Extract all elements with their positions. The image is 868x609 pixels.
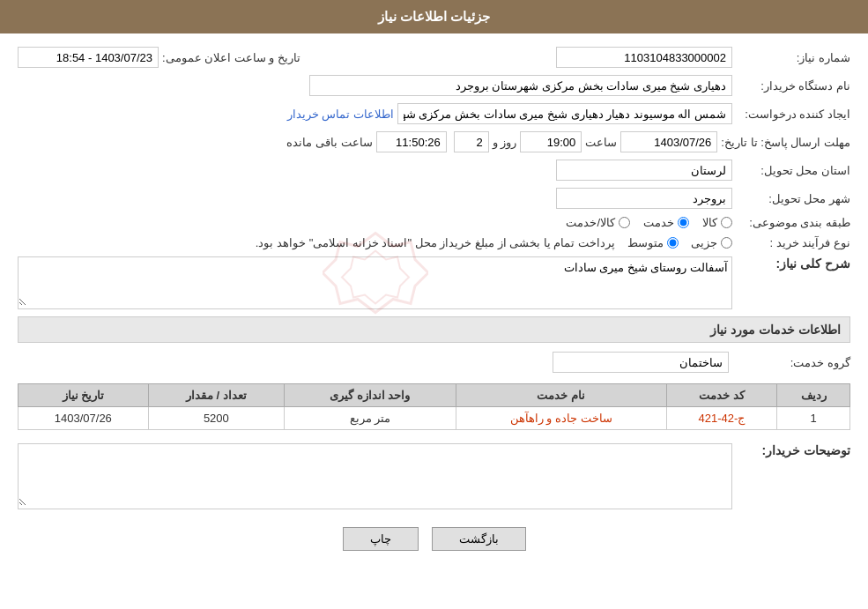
announce-label: تاریخ و ساعت اعلان عمومی: — [162, 51, 300, 64]
main-content: شماره نیاز: تاریخ و ساعت اعلان عمومی: نا… — [0, 33, 868, 582]
shomara-label: شماره نیاز: — [736, 51, 850, 64]
gorohe-row: گروه خدمت: — [18, 352, 850, 373]
tabaqe-khadamat[interactable]: خدمت — [643, 216, 689, 229]
tabaqe-row: طبقه بندی موضوعی: کالا خدمت کالا/خدمت — [18, 216, 850, 229]
page-header: جزئیات اطلاعات نیاز — [0, 0, 868, 33]
cell-vahed: متر مربع — [285, 407, 456, 430]
ijad-row: ایجاد کننده درخواست: اطلاعات تماس خریدار — [18, 103, 850, 124]
tabaqe-kala[interactable]: کالا — [702, 216, 732, 229]
saat-input[interactable] — [520, 131, 582, 152]
services-table-section: ردیف کد خدمت نام خدمت واحد اندازه گیری ت… — [18, 383, 850, 430]
tabaqe-radio-group: کالا خدمت کالا/خدمت — [566, 216, 732, 229]
countdown-input[interactable] — [376, 131, 447, 152]
shahr-row: شهر محل تحویل: — [18, 188, 850, 209]
dastgah-label: نام دستگاه خریدار: — [736, 79, 850, 93]
radif-header: ردیف — [777, 384, 850, 407]
back-button[interactable]: بازگشت — [432, 527, 526, 551]
khadamat-section-title: اطلاعات خدمات مورد نیاز — [18, 316, 850, 343]
farayand-motevaset[interactable]: متوسط — [627, 236, 679, 249]
farayand-jozi-radio[interactable] — [721, 237, 732, 249]
tabaqe-label: طبقه بندی موضوعی: — [736, 216, 850, 229]
tosihaat-textarea[interactable] — [19, 444, 731, 506]
cell-code: ج-42-421 — [666, 407, 777, 430]
ostan-row: استان محل تحویل: — [18, 160, 850, 181]
sharh-container: آسفالت روستای شیخ میری سادات — [18, 256, 732, 309]
tabaqe-kala-khadamat[interactable]: کالا/خدمت — [566, 216, 630, 229]
ijad-input[interactable] — [397, 103, 732, 124]
gorohe-input[interactable] — [553, 352, 729, 373]
footer-buttons: بازگشت چاپ — [18, 527, 850, 568]
tabaqe-kala-khadamat-radio[interactable] — [619, 217, 630, 228]
cell-radif: 1 — [777, 407, 850, 430]
vahed-header: واحد اندازه گیری — [285, 384, 456, 407]
ostan-label: استان محل تحویل: — [736, 164, 850, 177]
cell-name: ساخت جاده و راهآهن — [456, 407, 666, 430]
announce-input[interactable] — [18, 47, 159, 68]
contact-link[interactable]: اطلاعات تماس خریدار — [287, 108, 394, 121]
cell-tedad: 5200 — [148, 407, 284, 430]
sharh-section: شرح کلی نیاز: آسفالت روستای شیخ میری ساد… — [18, 256, 850, 309]
sharh-label: شرح کلی نیاز: — [736, 256, 850, 271]
name-header: نام خدمت — [456, 384, 666, 407]
farayand-motevaset-radio[interactable] — [667, 237, 679, 249]
gorohe-label: گروه خدمت: — [736, 356, 850, 369]
farayand-label: نوع فرآیند خرید : — [736, 236, 850, 249]
tosihaat-container — [18, 443, 732, 509]
dastgah-input[interactable] — [309, 75, 732, 96]
shomara-row: شماره نیاز: تاریخ و ساعت اعلان عمومی: — [18, 47, 850, 68]
tedad-header: تعداد / مقدار — [148, 384, 284, 407]
ijad-label: ایجاد کننده درخواست: — [736, 108, 850, 121]
farayand-row: نوع فرآیند خرید : جزیی متوسط پرداخت تمام… — [18, 236, 850, 249]
baghi-label: ساعت باقی مانده — [286, 136, 372, 149]
shahr-input[interactable] — [556, 188, 732, 209]
saat-label: ساعت — [585, 136, 617, 149]
tarikh-header: تاریخ نیاز — [19, 384, 149, 407]
tarikh-input[interactable] — [620, 131, 717, 152]
farayand-jozi[interactable]: جزیی — [691, 236, 732, 249]
farayand-desc: پرداخت تمام یا بخشی از مبلغ خریداز محل "… — [256, 236, 615, 249]
tosihaat-section: توضیحات خریدار: — [18, 443, 850, 509]
tabaqe-khadamat-radio[interactable] — [678, 217, 689, 228]
dastgah-row: نام دستگاه خریدار: — [18, 75, 850, 96]
sharh-textarea[interactable]: آسفالت روستای شیخ میری سادات — [19, 257, 731, 306]
cell-tarikh: 1403/07/26 — [19, 407, 149, 430]
mohlat-row: مهلت ارسال پاسخ: تا تاریخ: ساعت روز و سا… — [18, 131, 850, 152]
ostan-input[interactable] — [556, 160, 732, 181]
page-title: جزئیات اطلاعات نیاز — [378, 9, 490, 24]
tosihaat-label: توضیحات خریدار: — [736, 443, 850, 457]
roz-input[interactable] — [454, 131, 489, 152]
mohlat-label: مهلت ارسال پاسخ: تا تاریخ: — [721, 136, 850, 149]
shahr-label: شهر محل تحویل: — [736, 192, 850, 205]
print-button[interactable]: چاپ — [343, 527, 419, 551]
page-container: جزئیات اطلاعات نیاز شماره نیاز: تاریخ و … — [0, 0, 868, 609]
services-table: ردیف کد خدمت نام خدمت واحد اندازه گیری ت… — [18, 383, 850, 430]
table-row: 1 ج-42-421 ساخت جاده و راهآهن متر مربع 5… — [19, 407, 850, 430]
tabaqe-kala-radio[interactable] — [721, 217, 732, 228]
roz-label: روز و — [493, 136, 517, 149]
code-header: کد خدمت — [666, 384, 777, 407]
shomara-input[interactable] — [556, 47, 732, 68]
